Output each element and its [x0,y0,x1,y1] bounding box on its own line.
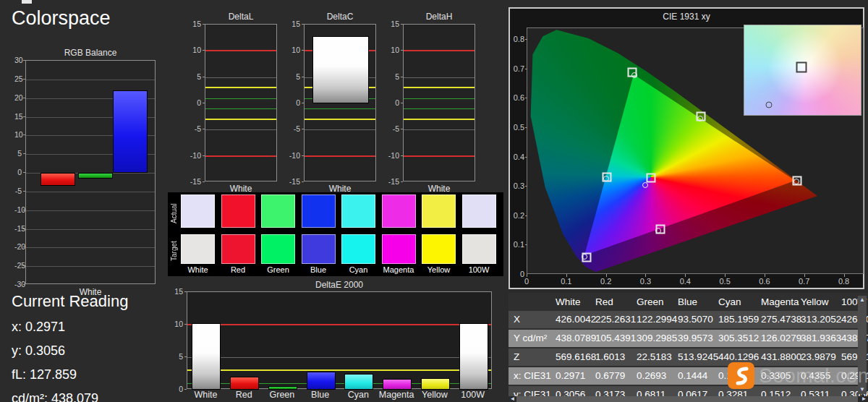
y-tick-label: 0 [14,168,22,176]
actual-swatch-cyan [341,194,375,228]
y-tick-label: -30 [14,280,22,288]
y-tick-mark [203,155,205,156]
cell-value: 185.1959 [718,314,759,325]
limit-line-green [205,108,276,109]
y-tick-mark [23,79,25,80]
scroll-right-icon[interactable]: ► [861,396,867,402]
cie-y-tick: 0.3 [511,181,524,190]
cie-x-tick: 0.2 [595,277,617,286]
y-tick-label: 0 [288,98,300,107]
cie-measured-blue [582,254,587,260]
cie-measured-magenta [655,228,661,234]
cell-value: 513.9245 [678,351,718,362]
horizontal-scroll-thumb[interactable] [516,396,858,402]
gridline [26,210,155,211]
cie-y-tick-mark [525,69,527,69]
cie-x-tick-mark [685,274,686,277]
horizontal-scrollbar[interactable]: ◄ ► [509,396,868,402]
cie-y-tick-mark [525,244,527,245]
y-tick-label: -15 [288,177,300,186]
cell-value: 440.1296 [718,351,759,362]
page-title: Colorspace [12,7,111,30]
y-tick-mark [302,103,304,103]
deltaL-title: DeltaL [205,12,277,22]
cie-measured-green [631,72,637,78]
x-category-label: White [187,390,225,400]
deltaE2000-title: DeltaE 2000 [187,280,492,290]
y-tick-mark [203,77,205,77]
limit-line-green [205,98,276,99]
y-tick-mark [302,24,304,25]
limit-line-red [205,50,276,51]
y-tick-mark [23,98,25,98]
limit-line-yellow [305,119,375,120]
y-tick-label: 10 [288,46,300,54]
cell-value: 126.0279 [761,333,801,343]
y-tick-label: 5 [387,72,399,81]
current-reading: Current Reading x: 0.2971 y: 0.3056 fL: … [12,292,163,402]
table-row[interactable]: Y cd/m²438.0789105.4391309.298539.957330… [509,330,859,348]
rgb-balance-chart: RGB Balance White 302520151050-5-10-15-2… [14,43,159,296]
scroll-left-icon[interactable]: ◄ [509,396,516,402]
y-tick-label: 10 [387,46,399,54]
y-tick-mark [184,291,187,292]
deltaC-title: DeltaC [304,12,376,22]
limit-line-yellow [187,369,491,371]
target-swatch-magenta [382,234,416,264]
gridline [26,229,155,230]
y-tick-label: -5 [14,187,22,195]
deltaC-chart: DeltaC White 151050-5-10-15 [288,10,378,194]
window-edge-artifact [22,0,32,4]
reading-y: y: 0.3056 [12,339,163,363]
cie-y-tick: 0.8 [511,35,524,43]
y-tick-label: 25 [14,74,22,83]
table-row[interactable]: X426.0042225.2631122.299493.5070185.1959… [509,311,859,329]
y-tick-label: -15 [14,224,22,233]
cell-value: 122.2994 [637,314,677,325]
target-row-label: Target [170,236,178,266]
row-label: X [514,314,520,325]
cie-y-tick: 0 [511,270,524,278]
y-tick-label: -10 [14,205,22,214]
y-tick-label: 5 [14,149,22,158]
cie-y-tick-mark [525,127,527,128]
cell-value: 313.2052 [801,314,841,325]
swatch-column-label: White [178,265,218,274]
gridline [205,129,276,130]
cie-x-tick-mark [804,274,805,277]
y-tick-mark [401,103,403,103]
cell-value: 225.2631 [595,314,636,325]
y-tick-mark [203,129,205,129]
cie-x-tick: 0.7 [793,277,815,286]
cell-value: 305.3512 [718,333,759,343]
cell-value: 39.9573 [678,333,713,343]
y-tick-mark [401,181,403,182]
cie-y-tick: 0.6 [511,93,524,102]
y-tick-mark [203,24,205,25]
swatch-column-label: Magenta [379,265,419,274]
scroll-up-icon[interactable]: ▲ [858,297,867,303]
y-tick-label: 15 [387,20,399,28]
y-tick-mark [23,172,25,173]
limit-line-green [305,108,375,109]
actual-swatch-red [221,194,255,228]
cell-value: 426.0042 [556,314,596,325]
cie-measured-red [793,179,799,184]
cell-value: 0.2971 [556,370,585,381]
y-tick-mark [302,77,304,77]
cell-value: 569.6168 [556,351,596,362]
deltaE2000-chart: DeltaE 2000 151050WhiteRedGreenBlueCyanM… [168,278,508,402]
swatch-column-label: Red [218,265,258,274]
bar-cyan [344,374,373,390]
cie-x-tick-mark [765,274,765,277]
y-tick-mark [401,24,403,25]
cell-value: 105.4391 [595,333,636,343]
bar-blue [113,90,148,173]
target-swatch-green [261,234,295,264]
cie-x-tick: 0.4 [674,277,696,286]
bar-red [230,377,259,390]
y-tick-label: 10 [189,46,201,54]
inset-target-marker [796,62,807,73]
cie-target-white [647,174,656,183]
cie-x-tick-mark [527,274,527,277]
